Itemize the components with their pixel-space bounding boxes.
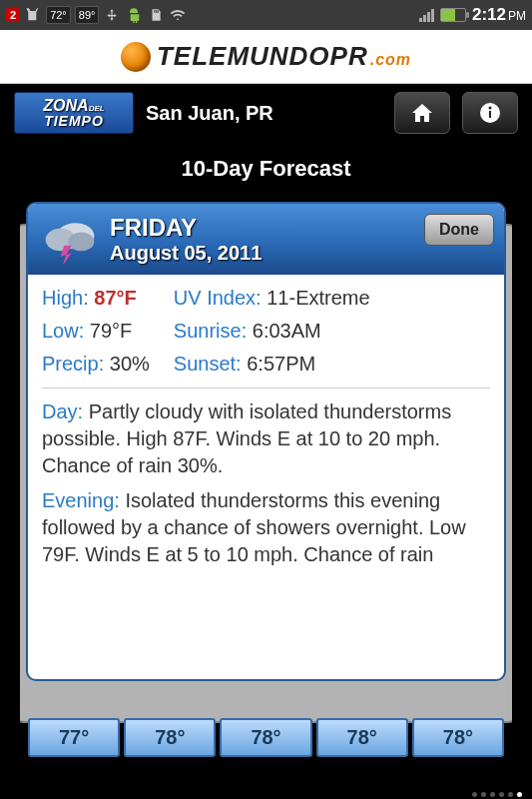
usb-icon [103, 6, 121, 24]
signal-icon [419, 8, 434, 22]
info-icon [478, 101, 502, 125]
home-icon [410, 101, 434, 125]
zona-tiempo-logo[interactable]: ZONADEL TIEMPO [14, 92, 134, 134]
svg-point-2 [489, 107, 492, 110]
card-body: High: 87°F Low: 79°F Precip: 30% UV Inde… [28, 275, 504, 586]
forecast-strip[interactable]: 77° 78° 78° 78° 78° [20, 718, 512, 757]
forecast-detail-card: FRIDAY August 05, 2011 Done High: 87°F L… [26, 202, 506, 681]
day-narr-label: Day: [42, 400, 83, 422]
svg-point-5 [68, 232, 94, 251]
day-name: FRIDAY [110, 214, 262, 242]
day-narr-text: Partly cloudy with isolated thunderstorm… [42, 400, 451, 476]
forecast-day-cell[interactable]: 78° [220, 718, 311, 757]
high-label: High: [42, 287, 89, 309]
app-nav: ZONADEL TIEMPO San Juan, PR [0, 84, 532, 142]
notification-badge: 2 [6, 8, 20, 22]
day-date: August 05, 2011 [110, 242, 262, 265]
forecast-day-cell[interactable]: 78° [316, 718, 408, 757]
stats-grid: High: 87°F Low: 79°F Precip: 30% UV Inde… [42, 285, 490, 389]
sd-card-icon [147, 6, 165, 24]
info-button[interactable] [462, 92, 518, 134]
battery-icon [440, 8, 466, 22]
day-info: FRIDAY August 05, 2011 [110, 214, 262, 265]
wifi-icon [169, 6, 187, 24]
uv-value: 11-Extreme [266, 287, 369, 309]
forecast-day-cell[interactable]: 78° [124, 718, 216, 757]
evening-narrative: Evening: Isolated thunderstorms this eve… [42, 487, 490, 568]
android-status-bar: 2 72° 89° 2:12PM [0, 0, 532, 30]
location-label[interactable]: San Juan, PR [146, 102, 382, 125]
high-value: 87°F [94, 287, 136, 309]
precip-value: 30% [110, 353, 150, 375]
brand-banner: TELEMUNDOPR .com [0, 30, 532, 84]
low-label: Low: [42, 320, 84, 342]
sunset-value: 6:57PM [247, 353, 315, 375]
page-indicator [472, 792, 522, 797]
telemundopr-logo: TELEMUNDOPR .com [121, 41, 411, 72]
logo-suffix: .com [370, 51, 411, 69]
sunset-label: Sunset: [174, 353, 242, 375]
shopping-icon [24, 6, 42, 24]
svg-rect-1 [489, 111, 491, 118]
precip-label: Precip: [42, 353, 104, 375]
card-header: FRIDAY August 05, 2011 Done [28, 204, 504, 275]
status-clock: 2:12PM [472, 5, 526, 25]
day-narrative: Day: Partly cloudy with isolated thunder… [42, 399, 490, 479]
content-area: FRIDAY August 05, 2011 Done High: 87°F L… [20, 202, 512, 761]
forecast-day-cell[interactable]: 78° [412, 718, 504, 757]
stats-col-left: High: 87°F Low: 79°F Precip: 30% [42, 285, 150, 378]
android-icon [125, 6, 143, 24]
thunderstorm-icon [40, 216, 100, 264]
logo-ball-icon [121, 42, 151, 72]
low-value: 79°F [90, 320, 132, 342]
status-temp-2: 89° [75, 6, 100, 24]
status-temp-1: 72° [46, 6, 71, 24]
done-button[interactable]: Done [424, 214, 494, 246]
forecast-day-cell[interactable]: 77° [28, 718, 120, 757]
uv-label: UV Index: [174, 287, 262, 309]
sunrise-value: 6:03AM [253, 320, 321, 342]
page-title: 10-Day Forecast [0, 142, 532, 202]
evening-narr-label: Evening: [42, 489, 120, 511]
status-left: 2 72° 89° [6, 6, 187, 24]
home-button[interactable] [394, 92, 450, 134]
status-right: 2:12PM [419, 5, 526, 25]
sunrise-label: Sunrise: [174, 320, 247, 342]
logo-text: TELEMUNDOPR [157, 41, 368, 72]
stats-col-right: UV Index: 11-Extreme Sunrise: 6:03AM Sun… [174, 285, 370, 378]
